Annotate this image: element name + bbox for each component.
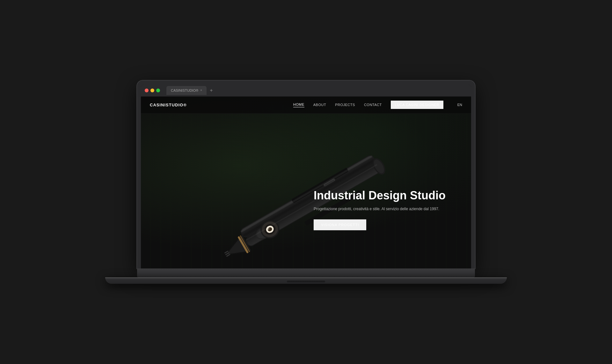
browser-tabs: CASINISTUDIO® × + — [166, 86, 215, 95]
website-content: CASINISTUDIO® HOME ABOUT PROJECTS CONTAC… — [141, 96, 471, 268]
traffic-light-green[interactable] — [156, 89, 160, 92]
tab-title: CASINISTUDIO® — [171, 89, 198, 92]
hero-title: Industrial Design Studio — [314, 189, 446, 202]
nav-home[interactable]: HOME — [293, 103, 304, 107]
hero-subtitle: Progettazione prodotti, creatività e sti… — [314, 206, 446, 212]
laptop-mockup: CASINISTUDIO® × + — [137, 81, 475, 284]
hero-content: Industrial Design Studio Progettazione p… — [314, 189, 446, 230]
hero-cta-button[interactable]: VISIONA PROGETTI — [314, 219, 366, 230]
tab-close-button[interactable]: × — [200, 89, 202, 92]
laptop-screen-outer: CASINISTUDIO® × + — [137, 81, 475, 268]
tab-new-button[interactable]: + — [208, 88, 215, 93]
hero-background — [141, 96, 471, 268]
laptop-screen-bezel: CASINISTUDIO® × + — [141, 84, 471, 268]
traffic-light-red[interactable] — [145, 89, 149, 92]
traffic-lights — [145, 89, 160, 92]
site-logo[interactable]: CASINISTUDIO® — [150, 103, 187, 107]
laptop-bottom — [105, 277, 507, 284]
traffic-light-yellow[interactable] — [150, 89, 154, 92]
laptop-base — [137, 268, 475, 277]
nav-cta-button[interactable]: LUCA CASINI DESIGNER — [391, 101, 443, 109]
nav-contact[interactable]: CONTACT — [364, 103, 382, 107]
nav-links: HOME ABOUT PROJECTS CONTACT LUCA CASINI … — [293, 101, 462, 109]
nav-about[interactable]: ABOUT — [313, 103, 326, 107]
browser-titlebar: CASINISTUDIO® × + — [141, 84, 471, 96]
nav-projects[interactable]: PROJECTS — [335, 103, 355, 107]
nav-language[interactable]: EN — [457, 103, 462, 107]
browser-tab-active[interactable]: CASINISTUDIO® × — [166, 86, 207, 95]
site-nav: CASINISTUDIO® HOME ABOUT PROJECTS CONTAC… — [141, 96, 471, 114]
